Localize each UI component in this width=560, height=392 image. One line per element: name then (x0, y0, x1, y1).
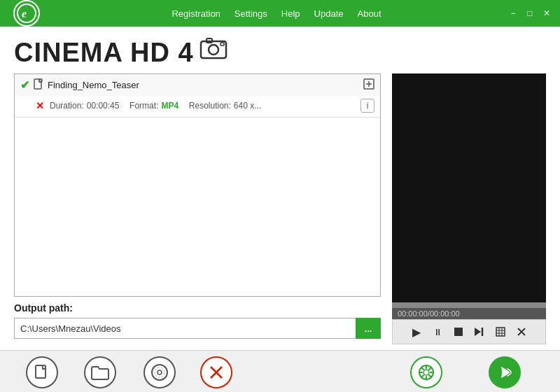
duration-value: 00:00:45 (87, 101, 120, 111)
pause-button[interactable]: ⏸ (430, 324, 445, 340)
output-path-browse-button[interactable]: ... (356, 318, 381, 339)
file-name-label: Finding_Nemo_Teaser (48, 80, 359, 90)
file-doc-icon (34, 78, 43, 92)
current-time: 00:00:00 (398, 309, 428, 318)
svg-point-24 (155, 368, 164, 377)
resolution-value: 640 x... (234, 101, 261, 111)
output-format-button[interactable]: Output format (389, 354, 463, 393)
app-title-row: CINEMA HD 4 (14, 27, 546, 74)
video-preview (392, 74, 546, 302)
titlebar: e Registration Settings Help Update Abou… (0, 0, 560, 27)
menu-help[interactable]: Help (279, 7, 303, 20)
file-list-panel: ✔ Finding_Nemo_Teaser (14, 74, 381, 297)
duration-label: Duration: (50, 101, 84, 111)
player-controls: ▶ ⏸ (392, 319, 546, 344)
add-folder-icon (84, 356, 116, 388)
main-area: CINEMA HD 4 ✔ (0, 27, 560, 350)
resolution-label: Resolution: (189, 101, 231, 111)
maximize-button[interactable]: □ (522, 6, 538, 21)
minimize-button[interactable]: − (505, 6, 521, 21)
time-display: 00:00:00 / 00:00:00 (392, 308, 546, 319)
close-button[interactable]: ✕ (539, 6, 554, 21)
add-dvd-icon (144, 356, 176, 388)
format-label: Format: (130, 101, 158, 111)
svg-point-28 (424, 370, 429, 375)
total-time: 00:00:00 (430, 309, 460, 318)
menu-about[interactable]: About (355, 7, 384, 20)
preview-panel: 00:00:00 / 00:00:00 ▶ ⏸ (392, 74, 546, 344)
output-format-icon (410, 356, 442, 388)
file-list-body[interactable]: ✔ Finding_Nemo_Teaser (15, 74, 380, 296)
output-path-label: Output path: (14, 302, 381, 314)
output-path-row: ... (14, 318, 381, 339)
titlebar-left: e (6, 1, 48, 26)
menu-update[interactable]: Update (312, 7, 346, 20)
clear-list-icon (200, 356, 232, 388)
add-file-icon (26, 356, 58, 388)
camera-icon-wrapper (200, 36, 227, 64)
bottom-toolbar: Add file Add folder Add DVD Clear list (0, 350, 560, 392)
menu-settings[interactable]: Settings (232, 7, 270, 20)
content-row: ✔ Finding_Nemo_Teaser (14, 74, 546, 350)
output-path-input[interactable] (14, 318, 356, 339)
svg-rect-2 (201, 41, 226, 58)
add-dvd-button[interactable]: Add DVD (131, 354, 188, 393)
svg-marker-12 (475, 328, 481, 336)
file-item-details: ✕ Duration: 00:00:45 Format: MP4 Resolut… (15, 96, 380, 117)
titlebar-menu: Registration Settings Help Update About (169, 7, 384, 20)
remove-file-icon[interactable]: ✕ (36, 100, 44, 111)
svg-rect-11 (454, 328, 463, 336)
app-logo: e (13, 0, 40, 27)
add-folder-button[interactable]: Add folder (70, 354, 131, 393)
skip-forward-button[interactable] (472, 324, 487, 340)
file-item: ✔ Finding_Nemo_Teaser (15, 74, 380, 118)
app-title: CINEMA HD 4 (14, 38, 194, 68)
start-conversion-icon (489, 356, 521, 388)
titlebar-controls: − □ ✕ (505, 6, 554, 21)
svg-point-23 (158, 370, 162, 374)
file-check-icon: ✔ (20, 78, 29, 92)
logo-area: e (6, 1, 48, 26)
svg-rect-5 (220, 43, 224, 46)
svg-text:e: e (22, 8, 27, 20)
clear-list-button[interactable]: Clear list (188, 354, 244, 393)
svg-rect-6 (34, 79, 41, 89)
file-item-header: ✔ Finding_Nemo_Teaser (15, 74, 380, 96)
play-button[interactable]: ▶ (409, 324, 424, 340)
svg-point-3 (209, 45, 218, 55)
svg-rect-14 (496, 328, 505, 336)
output-path-section: Output path: ... (14, 297, 381, 344)
crop-button[interactable] (493, 324, 508, 340)
camera-icon (200, 36, 227, 61)
svg-point-22 (152, 365, 167, 380)
expand-icon[interactable] (363, 78, 374, 92)
player-close-button[interactable] (514, 324, 529, 340)
menu-registration[interactable]: Registration (169, 7, 223, 20)
seek-bar[interactable] (392, 302, 546, 308)
start-conversion-button[interactable]: Start conversion (463, 354, 546, 393)
svg-rect-7 (39, 79, 42, 82)
add-file-button[interactable]: Add file (14, 354, 70, 393)
format-value: MP4 (161, 101, 178, 111)
file-info-button[interactable]: i (360, 99, 374, 113)
svg-rect-21 (36, 365, 46, 378)
stop-button[interactable] (451, 324, 466, 340)
